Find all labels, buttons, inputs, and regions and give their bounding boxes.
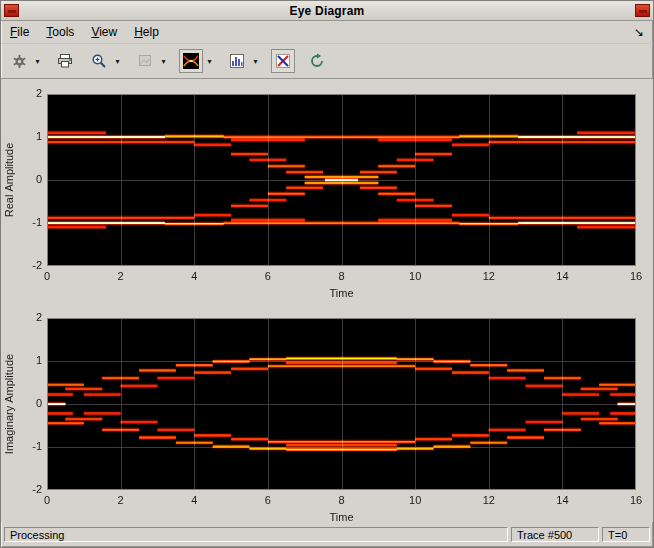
zoom-button[interactable] [87,49,111,73]
histogram-icon [229,53,245,69]
window-title: Eye Diagram [19,4,635,18]
toolbar-separator [296,61,304,62]
image-placeholder-icon [137,53,153,69]
toolbar: ▾ ▾ ▾ [1,44,653,79]
refresh-icon [309,53,325,69]
titlebar: Eye Diagram [1,1,653,21]
eye-diagram-icon [183,53,199,69]
snapshot-button[interactable] [133,49,157,73]
settings-button[interactable] [7,49,31,73]
toolbar-separator [262,61,270,62]
menubar: File Tools View Help ↘ [1,21,653,44]
window-menu-icon [8,10,16,13]
status-time: T=0 [602,527,650,542]
printer-icon [57,53,73,69]
menu-help[interactable]: Help [132,24,161,40]
menu-file[interactable]: File [8,24,31,40]
window-menu-button[interactable] [4,4,19,17]
gear-icon [12,54,27,69]
histogram-dropdown-caret-icon[interactable]: ▾ [250,49,261,73]
print-button[interactable] [53,49,77,73]
toolbar-separator [44,61,52,62]
compare-traces-icon [275,53,291,69]
compare-button[interactable] [271,49,295,73]
settings-dropdown-caret-icon[interactable]: ▾ [32,49,43,73]
menu-tools[interactable]: Tools [44,24,76,40]
figure-area [1,79,653,522]
toolbar-separator [124,61,132,62]
magnifier-zoom-icon [91,53,107,69]
status-trace-count: Trace #500 [511,527,599,542]
dock-arrow-icon[interactable]: ↘ [634,26,646,38]
window-close-icon [639,10,647,13]
statusbar: Processing Trace #500 T=0 [1,522,653,547]
window-close-button[interactable] [635,4,650,17]
zoom-dropdown-caret-icon[interactable]: ▾ [112,49,123,73]
real-amplitude-plot [2,82,652,306]
eye-diagram-window: Eye Diagram File Tools View Help ↘ ▾ [0,0,654,548]
eye-diagram-button[interactable] [179,49,203,73]
status-message: Processing [4,527,508,542]
eye-diagram-dropdown-caret-icon[interactable]: ▾ [204,49,215,73]
toolbar-separator [170,61,178,62]
imaginary-amplitude-plot [2,306,652,522]
toolbar-separator [216,61,224,62]
histogram-button[interactable] [225,49,249,73]
refresh-button[interactable] [305,49,329,73]
menu-view[interactable]: View [89,24,119,40]
toolbar-separator [78,61,86,62]
snapshot-dropdown-caret-icon[interactable]: ▾ [158,49,169,73]
